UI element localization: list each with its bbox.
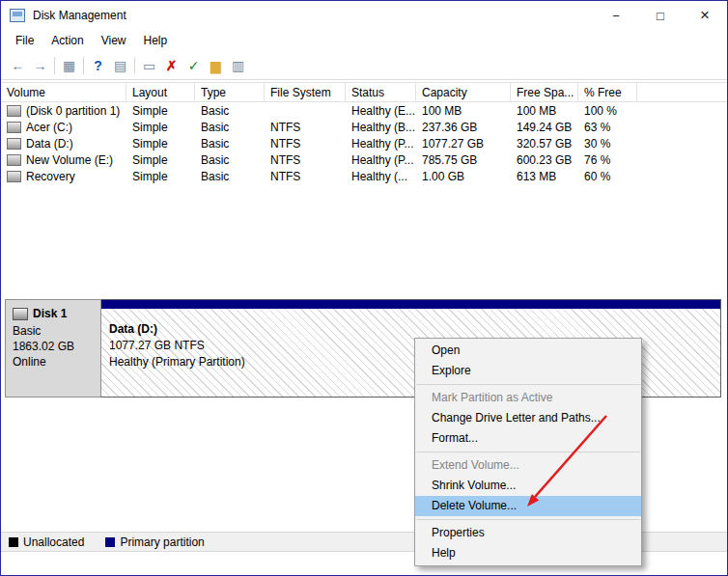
column-header-file-system[interactable]: File System [265, 83, 346, 101]
file-system-cell [265, 102, 346, 119]
free-space-cell: 600.23 GB [511, 151, 578, 168]
file-system-cell: NTFS [265, 119, 346, 135]
column-header-volume[interactable]: Volume [1, 83, 126, 101]
menu-separator [416, 519, 640, 520]
layout-cell: Simple [126, 102, 195, 119]
volume-name: Acer (C:) [26, 121, 72, 134]
open-folder-icon[interactable]: ▆ [205, 55, 227, 76]
column-header-type[interactable]: Type [195, 83, 265, 101]
layout-cell: Simple [126, 135, 195, 151]
column-header-layout[interactable]: Layout [126, 83, 195, 101]
column-header-free-space[interactable]: Free Spa... [511, 83, 578, 101]
status-cell: Healthy (P... [346, 135, 416, 151]
free-space-cell: 613 MB [511, 168, 578, 184]
menu-item-change-drive-letter[interactable]: Change Drive Letter and Paths... [415, 408, 641, 428]
title-bar: Disk Management − □ × [1, 1, 727, 30]
file-system-cell: NTFS [265, 168, 346, 184]
capacity-cell: 237.36 GB [416, 119, 511, 135]
free-space-cell: 100 MB [511, 102, 578, 119]
menu-file[interactable]: File [7, 31, 42, 50]
volume-cell: Acer (C:) [1, 119, 126, 135]
menu-separator [416, 452, 640, 453]
menu-view[interactable]: View [93, 31, 135, 50]
volume-row[interactable]: New Volume (E:) Simple Basic NTFS Health… [1, 151, 727, 168]
partition-label: Data (D:) [109, 321, 713, 338]
action-pane-icon[interactable]: ▭ [138, 55, 160, 76]
help-icon[interactable]: ? [87, 55, 109, 76]
partition-color-stripe [101, 300, 720, 309]
file-system-cell: NTFS [265, 151, 346, 168]
column-header-capacity[interactable]: Capacity [416, 83, 511, 101]
back-icon[interactable]: ← [7, 55, 29, 76]
menu-item-shrink-volume[interactable]: Shrink Volume... [415, 476, 641, 496]
close-button[interactable]: × [683, 1, 727, 30]
type-cell: Basic [195, 168, 265, 184]
pct-free-cell: 30 % [578, 135, 637, 151]
console-tree-icon[interactable]: ▦ [58, 55, 80, 76]
toolbar-separator [54, 57, 55, 74]
volume-disk-icon [7, 154, 21, 166]
menu-item-mark-partition-active: Mark Partition as Active [415, 388, 641, 408]
disk-type: Basic [13, 323, 94, 339]
delete-icon[interactable]: ✗ [160, 55, 182, 76]
window-title: Disk Management [33, 9, 126, 22]
menu-help[interactable]: Help [135, 31, 177, 50]
unallocated-swatch [9, 537, 18, 547]
menu-item-help[interactable]: Help [415, 543, 641, 563]
menu-item-open[interactable]: Open [415, 341, 641, 361]
window-controls: − □ × [594, 1, 727, 30]
menu-item-delete-volume[interactable]: Delete Volume... [415, 496, 641, 516]
volume-disk-icon [7, 122, 21, 133]
capacity-cell: 1.00 GB [416, 168, 511, 184]
primary-partition-swatch [105, 537, 115, 547]
disk-info-panel[interactable]: Disk 1 Basic 1863.02 GB Online [5, 299, 101, 398]
check-doc-icon[interactable]: ✓ [182, 55, 205, 76]
volume-cell: New Volume (E:) [1, 151, 126, 168]
type-cell: Basic [195, 102, 265, 119]
app-icon [10, 9, 25, 22]
column-header-status[interactable]: Status [346, 83, 416, 101]
volume-name: (Disk 0 partition 1) [26, 104, 120, 118]
volume-row[interactable]: Data (D:) Simple Basic NTFS Healthy (P..… [1, 135, 727, 151]
disk-management-window: Disk Management − □ × File Action View H… [0, 0, 728, 576]
volume-row[interactable]: (Disk 0 partition 1) Simple Basic Health… [1, 102, 727, 119]
disk-icon [13, 308, 28, 320]
pct-free-cell: 100 % [578, 102, 637, 119]
disk-size: 1863.02 GB [13, 339, 94, 354]
menu-action[interactable]: Action [42, 31, 92, 50]
layout-cell: Simple [126, 119, 195, 135]
status-cell: Healthy (B... [346, 119, 416, 135]
volume-cell: Data (D:) [1, 135, 126, 151]
capacity-cell: 100 MB [416, 102, 511, 119]
pct-free-cell: 63 % [578, 119, 637, 135]
forward-icon[interactable]: → [29, 55, 51, 76]
menu-item-format[interactable]: Format... [415, 428, 641, 449]
file-system-cell: NTFS [265, 135, 346, 151]
column-header-pct-free[interactable]: % Free [578, 83, 637, 101]
minimize-button[interactable]: − [594, 1, 638, 30]
menu-item-explore[interactable]: Explore [415, 361, 641, 381]
layout-cell: Simple [126, 151, 195, 168]
volume-row[interactable]: Recovery Simple Basic NTFS Healthy (... … [1, 168, 727, 184]
free-space-cell: 320.57 GB [511, 135, 578, 151]
toolbar-separator [134, 57, 135, 74]
menu-separator [416, 384, 640, 385]
menu-bar: File Action View Help [1, 30, 727, 51]
volume-row[interactable]: Acer (C:) Simple Basic NTFS Healthy (B..… [1, 119, 727, 135]
type-cell: Basic [195, 151, 265, 168]
disk-status: Online [13, 354, 94, 370]
menu-item-properties[interactable]: Properties [415, 523, 641, 543]
export-list-icon[interactable]: ▥ [227, 55, 249, 76]
pct-free-cell: 60 % [578, 168, 637, 184]
context-menu: Open Explore Mark Partition as Active Ch… [414, 338, 642, 566]
layout-cell: Simple [126, 168, 195, 184]
capacity-cell: 1077.27 GB [416, 135, 511, 151]
free-space-cell: 149.24 GB [511, 119, 578, 135]
detail-pane-icon[interactable]: ▤ [109, 55, 131, 76]
unallocated-label: Unallocated [23, 535, 84, 549]
menu-item-extend-volume: Extend Volume... [415, 455, 641, 476]
type-cell: Basic [195, 135, 265, 151]
maximize-button[interactable]: □ [638, 1, 683, 30]
column-header-filler [637, 83, 727, 101]
toolbar: ← → ▦ ? ▤ ▭ ✗ ✓ ▆ ▥ [1, 51, 727, 80]
